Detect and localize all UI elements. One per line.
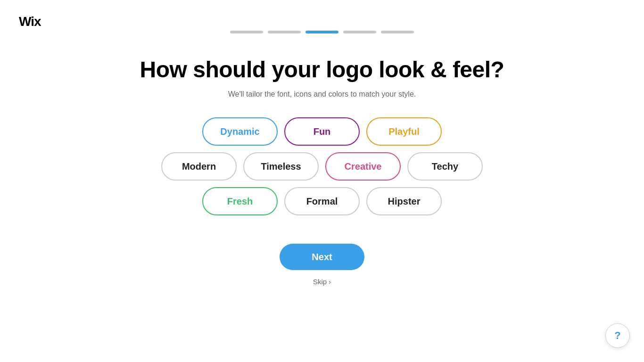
progress-step-3 <box>305 31 339 33</box>
next-button[interactable]: Next <box>280 244 364 270</box>
wix-logo: Wix <box>19 14 41 29</box>
progress-step-1 <box>230 31 263 33</box>
option-fresh[interactable]: Fresh <box>202 187 278 215</box>
option-dynamic[interactable]: Dynamic <box>202 117 278 146</box>
option-hipster[interactable]: Hipster <box>366 187 442 215</box>
skip-button[interactable]: Skip › <box>313 278 331 286</box>
progress-step-2 <box>268 31 301 33</box>
option-formal[interactable]: Formal <box>284 187 360 215</box>
progress-step-5 <box>381 31 414 33</box>
option-fun[interactable]: Fun <box>284 117 360 146</box>
options-container: Dynamic Fun Playful Modern Timeless Crea… <box>161 117 483 215</box>
skip-arrow-icon: › <box>329 278 331 286</box>
page-title: How should your logo look & feel? <box>140 57 504 82</box>
options-row-2: Modern Timeless Creative Techy <box>161 152 483 181</box>
progress-step-4 <box>343 31 376 33</box>
option-timeless[interactable]: Timeless <box>243 152 319 181</box>
option-modern[interactable]: Modern <box>161 152 237 181</box>
options-row-1: Dynamic Fun Playful <box>202 117 442 146</box>
option-playful[interactable]: Playful <box>366 117 442 146</box>
option-creative[interactable]: Creative <box>325 152 401 181</box>
option-techy[interactable]: Techy <box>407 152 483 181</box>
progress-bar <box>0 31 644 33</box>
page-subtitle: We'll tailor the font, icons and colors … <box>228 90 416 99</box>
options-row-3: Fresh Formal Hipster <box>202 187 442 215</box>
skip-label: Skip <box>313 278 327 286</box>
main-content: How should your logo look & feel? We'll … <box>0 0 644 286</box>
help-button[interactable]: ? <box>605 323 630 348</box>
